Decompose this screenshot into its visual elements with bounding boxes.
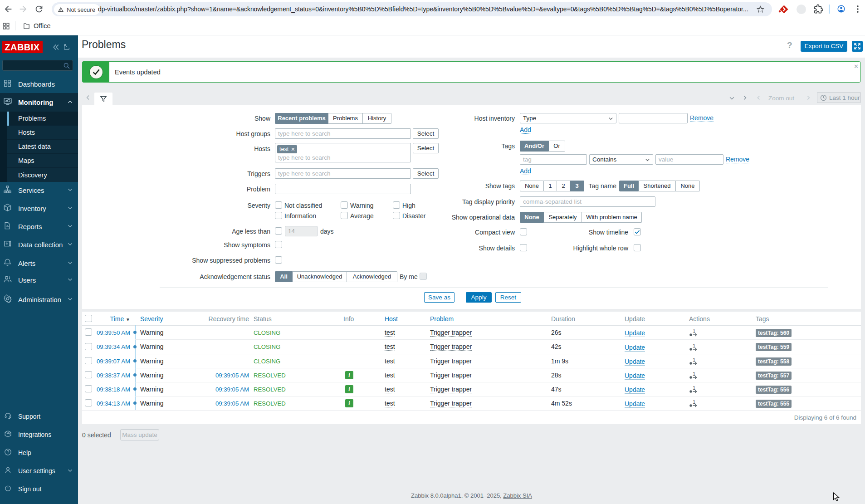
svg-text:1: 1 bbox=[693, 385, 695, 391]
svg-text:1: 1 bbox=[693, 399, 695, 405]
svg-text:1: 1 bbox=[693, 343, 695, 348]
svg-text:1: 1 bbox=[693, 357, 695, 362]
svg-text:1: 1 bbox=[693, 371, 695, 377]
svg-text:1: 1 bbox=[693, 328, 695, 334]
